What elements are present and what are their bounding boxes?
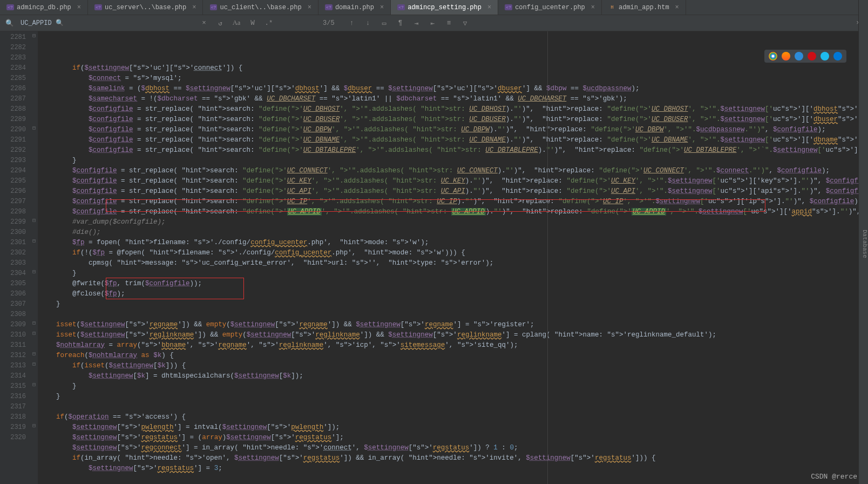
database-tool-tab[interactable]: Database: [858, 0, 868, 484]
next-match-icon[interactable]: ↓: [363, 19, 374, 27]
file-tab[interactable]: uc_server\..\base.php: [88, 0, 203, 15]
search-input[interactable]: UC_APPID: [21, 19, 193, 27]
code-viewport[interactable]: if($settingnew["s">'uc']["s">'connect'])…: [38, 31, 859, 484]
tab-label: admincp_setting.php: [408, 4, 482, 11]
file-tab[interactable]: uc_client\..\base.php: [203, 0, 318, 15]
php-file-icon: [325, 4, 333, 11]
file-tab[interactable]: config_ucenter.php: [498, 0, 602, 15]
close-tab-icon[interactable]: [189, 4, 196, 11]
close-tab-icon[interactable]: [377, 4, 384, 11]
php-file-icon: [94, 4, 102, 11]
edge-icon[interactable]: [833, 52, 842, 60]
match-case-icon[interactable]: Aa: [231, 19, 242, 27]
firefox-icon[interactable]: [782, 52, 790, 60]
opt1-icon[interactable]: ⇥: [411, 19, 422, 28]
settings-icon[interactable]: ≡: [444, 19, 455, 27]
find-bar: 🔍 UC_APPID × ↺ Aa W .* 3/5 ↑ ↓ ▭ ¶ ⇥ ⇤ ≡…: [0, 15, 868, 31]
htm-file-icon: [608, 4, 616, 11]
fold-column[interactable]: ⊟⊟⊟⊟⊟⊟⊟⊟⊟⊟⊟: [30, 31, 38, 484]
file-tab[interactable]: admin_app.htm: [602, 0, 686, 15]
tab-label: admin_app.htm: [619, 4, 669, 11]
ie-icon[interactable]: [820, 52, 829, 60]
file-tab[interactable]: admincp_db.php: [0, 0, 88, 15]
close-tab-icon[interactable]: [74, 4, 81, 11]
close-tab-icon[interactable]: [588, 4, 595, 11]
php-file-icon: [6, 4, 14, 11]
php-file-icon: [397, 4, 405, 11]
chrome-icon[interactable]: [769, 52, 777, 60]
file-tab[interactable]: domain.php: [318, 0, 391, 15]
tab-label: config_ucenter.php: [515, 4, 585, 11]
file-tab[interactable]: admincp_setting.php: [391, 0, 498, 15]
opera-icon[interactable]: [808, 52, 816, 60]
tab-label: uc_client\..\base.php: [220, 4, 301, 11]
whole-word-icon[interactable]: W: [247, 19, 258, 27]
php-file-icon: [209, 4, 217, 11]
safari-icon[interactable]: [795, 52, 803, 60]
close-tab-icon[interactable]: [484, 4, 491, 11]
watermark: CSDN @rerce: [811, 473, 857, 481]
select-all-icon[interactable]: ▭: [379, 19, 390, 28]
tab-label: domain.php: [335, 4, 374, 11]
prev-match-icon[interactable]: ↑: [347, 19, 357, 27]
new-line-icon[interactable]: ¶: [395, 19, 406, 27]
close-icon[interactable]: ×: [199, 19, 209, 27]
search-count: 3/5: [323, 19, 335, 27]
opt2-icon[interactable]: ⇤: [428, 19, 438, 28]
editor-tabs: admincp_db.phpuc_server\..\base.phpuc_cl…: [0, 0, 868, 15]
tab-label: uc_server\..\base.php: [105, 4, 186, 11]
close-tab-icon[interactable]: [304, 4, 311, 11]
search-icon: 🔍: [4, 19, 15, 28]
tab-label: admincp_db.php: [17, 4, 71, 11]
line-gutter[interactable]: 2281228222832284228522862287228822892290…: [0, 31, 30, 484]
history-icon[interactable]: ↺: [215, 19, 226, 28]
code-area: 2281228222832284228522862287228822892290…: [0, 31, 868, 484]
filter-icon[interactable]: ▽: [460, 19, 471, 28]
php-file-icon: [505, 4, 512, 11]
regex-icon[interactable]: .*: [263, 19, 274, 27]
close-tab-icon[interactable]: [672, 4, 679, 11]
browser-icons: [764, 50, 846, 63]
